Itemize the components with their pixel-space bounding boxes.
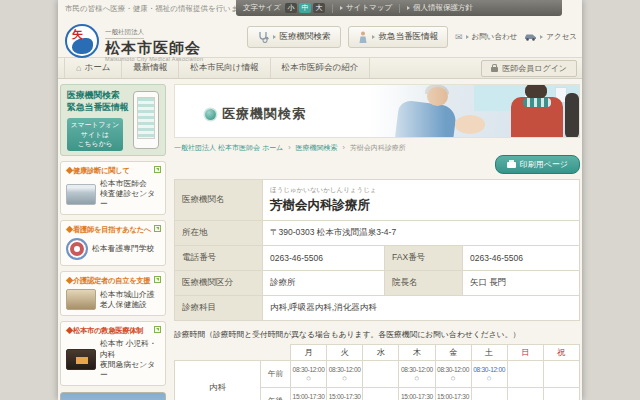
smartphone-screen [137,97,155,139]
emblem-character: 矢 [72,27,83,42]
external-link-icon [154,276,161,283]
clinic-director: 矢口 長門 [463,271,580,296]
type-label: 医療機関区分 [175,271,263,296]
smartphone-site-banner[interactable]: 医療機関検索 緊急当番医情報 スマートフォン サイトは こちらから [60,84,166,156]
am-sun [507,361,543,388]
schedule-am-row: 内科 午前 08:30-12:00○ 08:30-12:00○ 08:30-12… [175,361,580,388]
access-link[interactable]: アクセス [524,32,577,42]
doctor-photo [351,85,579,137]
clinic-tel: 0263-46-5506 [263,246,385,271]
print-page-button[interactable]: 印刷用ページ [495,155,580,174]
day-thu: 木 [399,345,435,361]
am-tue: 08:30-12:00○ [327,361,363,388]
page: 市民の皆様へ医療・健康・福祉の情報提供を行います。 文字サイズ 小 中 大 サイ… [58,0,582,400]
night-clinic-thumbnail [66,349,96,370]
day-mon: 月 [291,345,327,361]
divider [332,4,333,13]
am-fri: 08:30-12:00○ [435,361,471,388]
day-sun: 日 [507,345,543,361]
pm-sat [471,388,507,400]
external-link-icon [154,326,161,333]
mail-icon: ✉ [455,33,463,42]
care-facility-thumbnail [66,289,96,310]
triangle-icon [540,35,543,39]
home-icon: ⌂ [76,64,81,73]
clinic-name-kana: ほうじゅかいないかしんりょうじょ [270,186,572,195]
org-name: 松本市医師会 [105,40,203,56]
schedule-table: 月 火 水 木 金 土 日 祝 内科 午前 08:30-12:00○ 08:30… [174,344,580,400]
org-type: 一般社団法人 [105,28,144,39]
health-center-thumbnail [66,184,96,205]
citizens-info-banner[interactable]: ・松本市民向け情報 [60,392,166,400]
header-actions: 医療機関検索 救急当番医情報 ✉ お問い合わせ アクセス [247,26,577,48]
clinic-fax: 0263-46-5506 [463,246,580,271]
font-size-small-button[interactable]: 小 [285,3,297,13]
director-label: 院長名 [385,271,463,296]
emergency-duty-button[interactable]: 救急当番医情報 [348,26,449,48]
fax-label: FAX番号 [385,246,463,271]
privacy-policy-link[interactable]: 個人情報保護方針 [407,3,473,13]
table-row: 所在地 〒390-0303 松本市浅間温泉3-4-7 [175,221,580,246]
font-size-large-button[interactable]: 大 [313,3,325,13]
sidebar-banner-health-check[interactable]: ◆健康診断に関して 松本市医師会検査健診センター [60,161,166,215]
font-size-switcher: 小 中 大 [285,3,325,13]
triangle-icon [340,6,343,10]
am-label: 午前 [261,361,291,388]
page-title-icon [205,109,216,120]
pm-fri: 15:00-17:30○ [435,388,471,400]
pm-thu: 15:00-17:30○ [399,388,435,400]
table-row: 電話番号 0263-46-5506 FAX番号 0263-46-5506 [175,246,580,271]
print-row: 印刷用ページ [174,155,580,174]
triangle-icon [372,35,375,39]
pm-sun [507,388,543,400]
sitemap-link[interactable]: サイトマップ [340,3,392,13]
nav-about[interactable]: 松本市医師会の紹介 [271,58,371,78]
day-wed: 水 [363,345,399,361]
table-row: 医療機関区分 診療所 院長名 矢口 長門 [175,271,580,296]
breadcrumb-home-link[interactable]: 一般社団法人 松本市医師会 ホーム [174,144,283,151]
site-header: 矢 一般社団法人 松本市医師会 Matsumoto City Medical A… [58,17,582,57]
printer-icon [507,162,516,168]
clinic-type: 診療所 [263,271,385,296]
sidebar-banner-nursing-school[interactable]: ◆看護師を目指すあなたへ 松本看護専門学校 [60,220,166,266]
font-size-label: 文字サイズ [243,3,281,13]
car-icon [524,33,537,41]
sidebar-banner-emergency-center[interactable]: ◆松本市の救急医療体制 松本市 小児科・内科夜間急病センター [60,321,166,386]
sidebar: 医療機関検索 緊急当番医情報 スマートフォン サイトは こちらから ◆健康診断に… [60,84,166,400]
clinic-details-table: 医療機関名 ほうじゅかいないかしんりょうじょ 芳樹会内科診療所 所在地 〒390… [174,179,580,321]
am-hol [543,361,579,388]
pm-hol [543,388,579,400]
table-row: 診療科目 内科,呼吸器内科,消化器内科 [175,296,580,321]
breadcrumb-current: 芳樹会内科診療所 [350,144,406,151]
day-sat: 土 [471,345,507,361]
schedule-note: 診療時間（診療時間と受付時間が異なる場合もあります。各医療機関にお問い合わせくだ… [174,329,580,340]
page-title-banner: 医療機関検索 [174,84,580,138]
breadcrumb-search-link[interactable]: 医療機関検索 [295,144,337,151]
clinic-departments: 内科,呼吸器内科,消化器内科 [263,296,580,321]
day-hol: 祝 [543,345,579,361]
schedule-department: 内科 [175,361,261,400]
top-bar: 市民の皆様へ医療・健康・福祉の情報提供を行います。 文字サイズ 小 中 大 サイ… [58,0,582,17]
page-title: 医療機関検索 [205,105,306,123]
stethoscope-icon [257,31,269,43]
triangle-icon [466,35,469,39]
triangle-icon [407,6,410,10]
sidebar-banner-care-facility[interactable]: ◆介護認定者の自立を支援 松本市城山介護老人保健施設 [60,271,166,316]
smartphone-site-button[interactable]: スマートフォン サイトは こちらから [67,118,123,151]
am-mon: 08:30-12:00○ [291,361,327,388]
medical-search-button[interactable]: 医療機関検索 [247,26,341,48]
contact-link[interactable]: ✉ お問い合わせ [455,32,517,42]
external-link-icon [154,225,161,232]
pm-label: 午後 [261,388,291,400]
day-tue: 火 [327,345,363,361]
doctor-figure-icon [358,31,368,43]
table-row: 医療機関名 ほうじゅかいないかしんりょうじょ 芳樹会内科診療所 [175,180,580,221]
site-tagline: 市民の皆様へ医療・健康・福祉の情報提供を行います。 [65,4,254,14]
main-content: 医療機関検索 一般社団法人 松本市医師会 ホーム › 医療機関検索 › 芳樹会内… [174,84,580,400]
member-login-button[interactable]: 医師会員ログイン [481,60,577,77]
site-logo[interactable]: 矢 一般社団法人 松本市医師会 Matsumoto City Medical A… [65,20,203,62]
smartphone-image [133,91,159,149]
pm-tue: 15:00-17:30○ [327,388,363,400]
school-logo-thumbnail [66,238,88,260]
font-size-medium-button[interactable]: 中 [299,3,311,13]
